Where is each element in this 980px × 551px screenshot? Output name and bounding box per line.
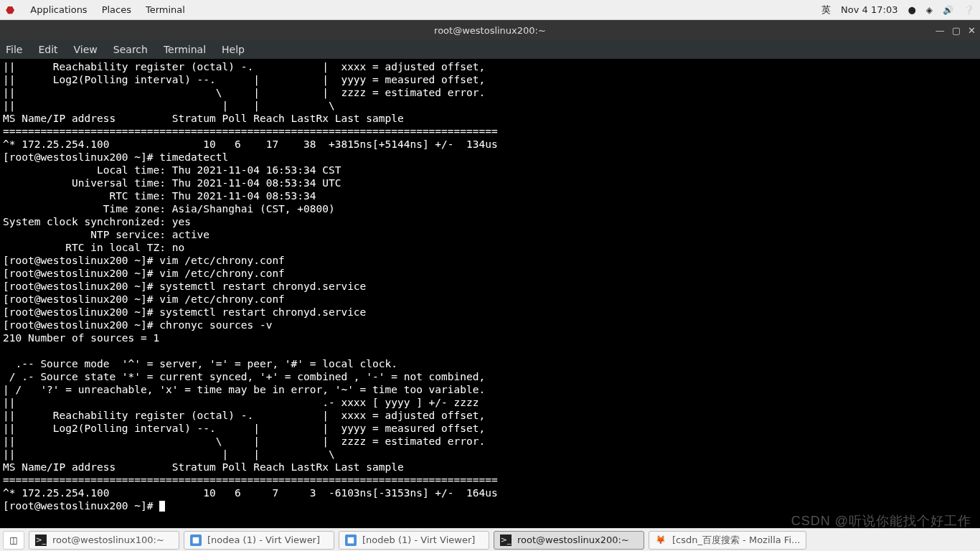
term-icon: >_ xyxy=(35,534,47,546)
terminal-output[interactable]: || Reachability register (octal) -. | xx… xyxy=(0,59,980,528)
taskbar-item-3[interactable]: >_root@westoslinux200:~ xyxy=(494,531,644,550)
activities-hat-icon: ⬣ xyxy=(6,4,14,16)
window-maximize-button[interactable]: ▢ xyxy=(952,25,961,36)
menu-terminal[interactable]: Terminal xyxy=(164,44,206,55)
menu-help[interactable]: Help xyxy=(222,44,245,55)
taskbar-item-0[interactable]: >_root@westoslinux100:~ xyxy=(29,531,179,550)
window-titlebar[interactable]: root@westoslinux200:~ — ▢ ✕ xyxy=(0,20,980,40)
window-title: root@westoslinux200:~ xyxy=(434,25,546,36)
show-desktop-button[interactable]: ◫ xyxy=(3,531,24,550)
window-close-button[interactable]: ✕ xyxy=(968,25,976,36)
applications-menu[interactable]: Applications xyxy=(30,4,87,15)
taskbar-item-1[interactable]: ■[nodea (1) - Virt Viewer] xyxy=(184,531,334,550)
help-icon[interactable]: ❔ xyxy=(963,5,974,15)
terminal-cursor xyxy=(159,501,165,512)
taskbar-item-label: root@westoslinux200:~ xyxy=(517,534,629,545)
taskbar-item-2[interactable]: ■[nodeb (1) - Virt Viewer] xyxy=(339,531,489,550)
taskbar-item-label: [nodeb (1) - Virt Viewer] xyxy=(362,534,475,545)
terminal-window: root@westoslinux200:~ — ▢ ✕ File Edit Vi… xyxy=(0,20,980,528)
menu-search[interactable]: Search xyxy=(113,44,148,55)
active-app-label[interactable]: Terminal xyxy=(146,4,185,15)
vv-icon: ■ xyxy=(190,534,202,546)
taskbar-item-label: root@westoslinux100:~ xyxy=(52,534,164,545)
taskbar-item-label: [nodea (1) - Virt Viewer] xyxy=(207,534,320,545)
taskbar-item-4[interactable]: 🦊[csdn_百度搜索 - Mozilla Fi... xyxy=(649,531,806,550)
ff-icon: 🦊 xyxy=(655,534,666,546)
term-icon: >_ xyxy=(500,534,512,546)
clock[interactable]: Nov 4 17:03 xyxy=(841,4,897,15)
wifi-icon[interactable]: ◈ xyxy=(926,5,933,15)
volume-icon[interactable]: 🔊 xyxy=(943,5,953,15)
terminal-menubar: File Edit View Search Terminal Help xyxy=(0,40,980,59)
gnome-top-bar: ⬣ Applications Places Terminal 英 Nov 4 1… xyxy=(0,0,980,20)
places-menu[interactable]: Places xyxy=(102,4,131,15)
menu-file[interactable]: File xyxy=(6,44,22,55)
menu-edit[interactable]: Edit xyxy=(38,44,57,55)
input-method-indicator[interactable]: 英 xyxy=(821,4,831,17)
menu-view[interactable]: View xyxy=(74,44,98,55)
gnome-taskbar: ◫ >_root@westoslinux100:~■[nodea (1) - V… xyxy=(0,528,980,551)
window-minimize-button[interactable]: — xyxy=(936,25,945,36)
taskbar-item-label: [csdn_百度搜索 - Mozilla Fi... xyxy=(672,534,800,547)
vv-icon: ■ xyxy=(345,534,357,546)
status-dot-icon: ● xyxy=(908,4,915,15)
